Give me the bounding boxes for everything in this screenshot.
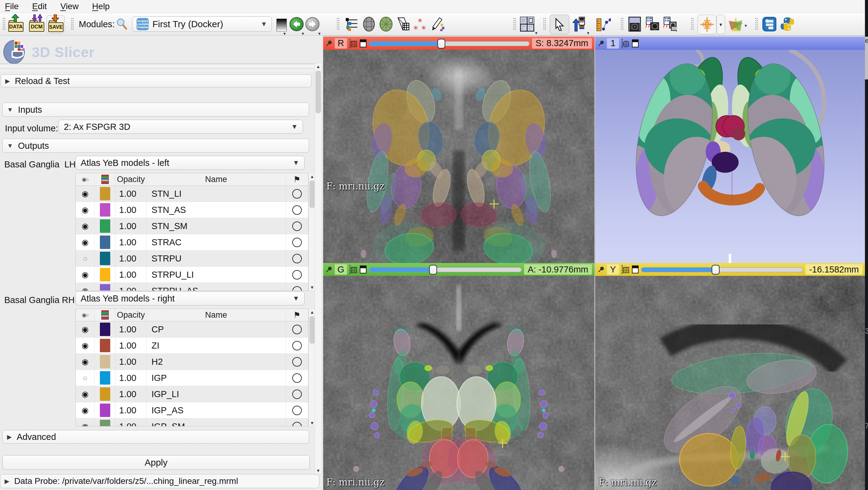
slice-intersections-chevron-icon[interactable]: ▾ [745, 23, 747, 28]
green-slice-slider[interactable] [369, 264, 522, 275]
opacity-value[interactable]: 1.00 [116, 283, 147, 291]
radio-circle[interactable] [286, 202, 308, 218]
visibility-eye-icon[interactable]: ◉ [76, 402, 95, 418]
green-slice-view[interactable]: G A: -10.9776mm [323, 263, 594, 490]
toolbar-drag-handle[interactable] [71, 18, 74, 31]
load-data-button[interactable]: DATA [7, 15, 25, 33]
scene-view-icon[interactable] [645, 17, 659, 31]
extensions-manager-icon[interactable] [762, 17, 776, 31]
toolbar-drag-handle[interactable] [337, 18, 340, 31]
view-center-icon[interactable] [622, 39, 629, 48]
visibility-eye-icon[interactable]: ◉ [76, 234, 95, 250]
reload-test-section[interactable]: ▶ Reload & Test [1, 74, 312, 87]
radio-circle[interactable] [286, 250, 308, 266]
outputs-section[interactable]: ▼ Outputs [2, 139, 309, 153]
slice-visibility-icon[interactable] [349, 266, 357, 273]
color-swatch[interactable] [95, 321, 116, 337]
color-swatch[interactable] [95, 250, 116, 266]
opacity-value[interactable]: 1.00 [116, 402, 147, 418]
toolbar-drag-handle[interactable] [691, 18, 694, 31]
model-name[interactable]: STN_AS [147, 202, 286, 218]
opacity-value[interactable]: 1.00 [116, 202, 147, 218]
lh-models-dropdown[interactable]: Atlas YeB models - left ▼ [75, 156, 305, 170]
red-slice-slider[interactable] [369, 38, 530, 49]
slice-menu-icon[interactable] [360, 39, 367, 48]
color-swatch[interactable] [95, 402, 116, 418]
yellow-slice-slider[interactable] [641, 264, 803, 275]
color-swatch[interactable] [95, 267, 116, 282]
model-name[interactable]: STRPU [147, 250, 286, 266]
color-swatch[interactable] [95, 419, 116, 426]
subject-hierarchy-icon[interactable] [344, 17, 359, 31]
model-name[interactable]: H2 [147, 354, 286, 370]
green-slice-image[interactable]: F: mri.nii.gz [323, 276, 594, 490]
visibility-column-header[interactable]: ◉○ [76, 309, 95, 321]
color-column-header[interactable] [95, 173, 116, 185]
advanced-section[interactable]: ▶ Advanced [2, 430, 309, 443]
apply-button[interactable]: Apply [2, 455, 310, 470]
opacity-value[interactable]: 1.00 [116, 354, 147, 370]
opacity-column-header[interactable]: Opacity [116, 173, 147, 185]
radio-circle[interactable] [286, 402, 308, 418]
module-selector-dropdown[interactable]: Scripted Loadable Template First Try (Do… [132, 17, 272, 32]
radio-circle[interactable] [286, 186, 308, 202]
volume-rendering-icon[interactable] [362, 17, 376, 31]
input-volume-dropdown[interactable]: 2: Ax FSPGR 3D ▼ [59, 120, 303, 134]
model-name[interactable]: CP [147, 321, 286, 337]
radio-circle[interactable] [286, 370, 308, 386]
panel-scrollbar[interactable]: ▲▼ [315, 63, 322, 474]
crosshair-menu-button[interactable]: ▼ [716, 15, 725, 34]
markups-icon[interactable]: ✳✳✳ [413, 17, 428, 31]
radio-circle[interactable] [286, 338, 308, 354]
opacity-value[interactable]: 1.00 [116, 386, 147, 402]
pin-icon[interactable] [326, 266, 332, 273]
save-button[interactable]: SAVE [46, 15, 65, 34]
toolbar-drag-handle[interactable] [2, 18, 5, 31]
opacity-value[interactable]: 1.00 [116, 250, 147, 266]
visibility-column-header[interactable]: ◉○ [76, 173, 95, 185]
screenshot-icon[interactable] [627, 17, 642, 31]
visibility-eye-icon[interactable]: ○ [76, 250, 95, 266]
radio-circle[interactable] [286, 386, 308, 402]
color-swatch[interactable] [95, 283, 116, 291]
opacity-column-header[interactable]: Opacity [116, 309, 147, 321]
data-probe-bar[interactable]: ▶ Data Probe: /private/var/folders/z5/..… [0, 474, 319, 488]
module-history-icon[interactable] [276, 19, 287, 31]
module-back-button[interactable] [289, 17, 304, 31]
model-name[interactable]: IGP_SM [147, 419, 286, 426]
measurements-icon[interactable] [596, 17, 611, 31]
color-swatch[interactable] [95, 234, 116, 250]
opacity-value[interactable]: 1.00 [116, 338, 147, 354]
radio-circle[interactable] [286, 267, 308, 282]
models-icon[interactable] [379, 17, 393, 31]
visibility-eye-icon[interactable]: ◉ [76, 202, 95, 218]
module-search-icon[interactable] [116, 18, 128, 31]
visibility-eye-icon[interactable]: ◉ [76, 267, 95, 282]
pin-icon[interactable] [598, 266, 604, 273]
color-swatch[interactable] [95, 202, 116, 218]
threed-view-label[interactable]: 1 [607, 38, 619, 49]
yellow-slice-view[interactable]: Y -16.1582mm [595, 263, 865, 490]
radio-circle[interactable] [286, 321, 308, 337]
visibility-eye-icon[interactable]: ◉ [76, 186, 95, 202]
python-console-icon[interactable] [779, 17, 794, 31]
window-level-icon[interactable] [572, 17, 586, 31]
visibility-eye-icon[interactable]: ◉ [76, 419, 95, 426]
color-swatch[interactable] [95, 218, 116, 234]
toolbar-drag-handle[interactable] [755, 18, 758, 31]
opacity-value[interactable]: 1.00 [116, 234, 147, 250]
opacity-value[interactable]: 1.00 [116, 321, 147, 337]
green-slice-label[interactable]: G [335, 264, 347, 275]
color-swatch[interactable] [95, 354, 116, 370]
menu-view[interactable]: View [60, 2, 79, 11]
flag-column-header[interactable]: ⚑ [286, 309, 308, 321]
visibility-eye-icon[interactable]: ◉ [76, 338, 95, 354]
yellow-slice-image[interactable]: F: mri.nii.gz [595, 276, 865, 490]
visibility-eye-icon[interactable]: ◉ [76, 218, 95, 234]
red-slice-label[interactable]: R [335, 38, 347, 49]
model-name[interactable]: ZI [147, 338, 286, 354]
slice-visibility-icon[interactable] [622, 266, 629, 273]
toolbar-drag-handle[interactable] [621, 18, 624, 31]
slice-menu-icon[interactable] [360, 266, 367, 273]
crosshair-button[interactable] [698, 15, 716, 34]
